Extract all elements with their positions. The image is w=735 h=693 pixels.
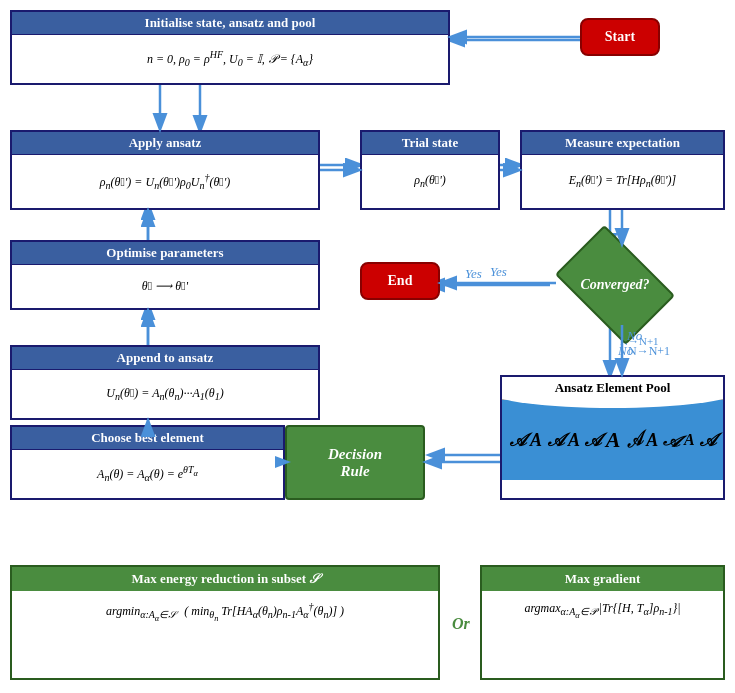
decision-rule-box: DecisionRule — [285, 425, 425, 500]
pool-symbol-3: 𝒜 — [548, 430, 563, 451]
choose-title: Choose best element — [12, 427, 283, 450]
pool-symbol-10: A — [684, 431, 695, 449]
pool-symbol-11: 𝒜 — [700, 430, 715, 451]
or-text: Or — [452, 615, 470, 632]
start-button: Start — [580, 18, 660, 56]
optimise-box: Optimise parameters θ⃗ ⟶ θ⃗' — [10, 240, 320, 310]
pool-box: Ansatz Element Pool 𝒜 A 𝒜 A 𝒜 A 𝒜 A 𝒜 A … — [500, 375, 725, 500]
trial-state-box: Trial state ρn(θ⃗') — [360, 130, 500, 210]
measure-box: Measure expectation En(θ⃗') = Tr[Hρn(θ⃗'… — [520, 130, 725, 210]
trial-state-title: Trial state — [362, 132, 498, 155]
decision-rule-label: DecisionRule — [328, 446, 382, 480]
max-energy-content: argminα:Aα∈𝒮 ( minθn Tr[HAα(θn)ρn-1Aα†(θ… — [12, 591, 438, 633]
svg-text:N→N+1: N→N+1 — [628, 344, 670, 358]
pool-symbol-1: 𝒜 — [510, 430, 525, 451]
end-label: End — [388, 273, 413, 289]
svg-text:Yes: Yes — [490, 264, 507, 279]
end-button: End — [360, 262, 440, 300]
init-title: Initialise state, ansatz and pool — [12, 12, 448, 35]
pool-content: 𝒜 A 𝒜 A 𝒜 A 𝒜 A 𝒜 A 𝒜 — [502, 400, 723, 480]
max-gradient-title: Max gradient — [482, 567, 723, 591]
append-title: Append to ansatz — [12, 347, 318, 370]
trial-state-content: ρn(θ⃗') — [362, 155, 498, 208]
max-energy-title: Max energy reduction in subset 𝒮 — [12, 567, 438, 591]
start-label: Start — [605, 29, 635, 45]
append-box: Append to ansatz Un(θ⃗) = An(θn)···A1(θ1… — [10, 345, 320, 420]
pool-symbol-9: 𝒜 — [662, 428, 680, 451]
optimise-title: Optimise parameters — [12, 242, 318, 265]
measure-content: En(θ⃗') = Tr[Hρn(θ⃗')] — [522, 155, 723, 208]
or-label: Or — [452, 615, 470, 633]
init-content: n = 0, ρ0 = ρHF, U0 = 𝕀, 𝒫 = {Aα} — [12, 35, 448, 83]
svg-text:Yes: Yes — [465, 266, 482, 281]
pool-symbol-8: A — [646, 430, 658, 451]
choose-content: An(θ) = Aα(θ) = eθTα — [12, 450, 283, 498]
pool-symbol-5: 𝒜 — [585, 430, 600, 451]
pool-symbol-2: A — [530, 430, 542, 451]
converged-label: Converged? — [555, 245, 675, 325]
append-content: Un(θ⃗) = An(θn)···A1(θ1) — [12, 370, 318, 418]
max-gradient-box: Max gradient argmaxα:Aα∈𝒫 |Tr{[H, Tα]ρn-… — [480, 565, 725, 680]
pool-symbol-4: A — [568, 430, 580, 451]
choose-box: Choose best element An(θ) = Aα(θ) = eθTα — [10, 425, 285, 500]
svg-text:No: No — [617, 343, 634, 358]
apply-ansatz-content: ρn(θ⃗') = Un(θ⃗')ρ0Un†(θ⃗') — [12, 155, 318, 208]
converged-diamond: Converged? — [555, 245, 675, 325]
measure-title: Measure expectation — [522, 132, 723, 155]
max-energy-box: Max energy reduction in subset 𝒮 argminα… — [10, 565, 440, 680]
init-box: Initialise state, ansatz and pool n = 0,… — [10, 10, 450, 85]
optimise-content: θ⃗ ⟶ θ⃗' — [12, 265, 318, 308]
apply-ansatz-box: Apply ansatz ρn(θ⃗') = Un(θ⃗')ρ0Un†(θ⃗') — [10, 130, 320, 210]
pool-symbol-6: A — [606, 427, 621, 453]
pool-symbol-7: 𝒜 — [623, 428, 643, 452]
apply-ansatz-title: Apply ansatz — [12, 132, 318, 155]
max-gradient-content: argmaxα:Aα∈𝒫 |Tr{[H, Tα]ρn-1}| — [482, 591, 723, 630]
